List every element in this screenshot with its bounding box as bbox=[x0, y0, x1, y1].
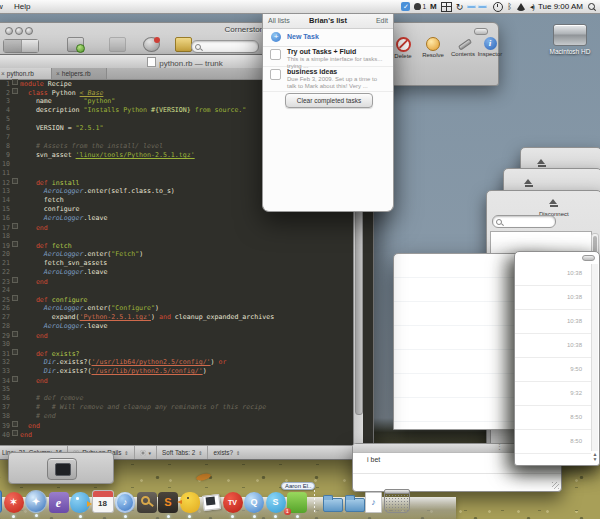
code-line: 29 end bbox=[0, 331, 351, 340]
task-row[interactable]: business ideas Due Feb 3, 2009. Set up a… bbox=[263, 66, 393, 92]
eject-icon bbox=[537, 159, 546, 167]
task-checkbox[interactable] bbox=[270, 69, 281, 80]
eject-icon bbox=[524, 179, 533, 187]
scrollbar[interactable] bbox=[591, 264, 598, 451]
toolbar-toggle-pill[interactable] bbox=[582, 255, 595, 261]
dock-cyberduck-icon[interactable] bbox=[180, 492, 200, 513]
gear-icon bbox=[140, 450, 146, 456]
gear-menu[interactable]: ▾ bbox=[135, 446, 158, 459]
clear-completed-button[interactable]: Clear completed tasks bbox=[285, 93, 373, 108]
code-line: 25 def configure bbox=[0, 295, 351, 304]
code-line: 27 expand('Python-2.5.1.tgz') and cleanu… bbox=[0, 313, 351, 322]
volume-icon[interactable]: ◂) bbox=[530, 2, 534, 12]
task-checkbox[interactable] bbox=[270, 49, 281, 60]
dock-trash-icon[interactable] bbox=[384, 490, 410, 513]
code-line: 28 AeroLogger.leave bbox=[0, 322, 351, 331]
divider bbox=[353, 473, 561, 474]
bluetooth-icon[interactable]: ᛒ bbox=[507, 2, 512, 12]
delete-icon bbox=[396, 37, 411, 52]
close-tab-icon[interactable]: × bbox=[56, 70, 60, 77]
eject-icon bbox=[549, 199, 558, 207]
display-button[interactable] bbox=[47, 458, 77, 480]
symbol-selector[interactable]: exists?⇕ bbox=[208, 446, 245, 459]
dock-adium-icon[interactable]: 1Aaron El.. bbox=[287, 492, 307, 513]
hard-drive-icon bbox=[553, 24, 587, 46]
soft-tabs-selector[interactable]: Soft Tabs: 2⇕ bbox=[157, 446, 208, 459]
new-task-label: New Task bbox=[287, 33, 319, 40]
code-line: 34 end bbox=[0, 376, 351, 385]
wifi-icon[interactable] bbox=[516, 3, 526, 11]
close-tab-icon[interactable]: × bbox=[1, 70, 5, 77]
code-line: 39 end bbox=[0, 421, 351, 430]
dock-photo-app-icon[interactable] bbox=[201, 492, 221, 513]
running-indicator bbox=[35, 514, 38, 517]
history-rows: 10:3810:3810:3810:389:509:328:508:50 bbox=[515, 262, 591, 454]
list-title: Brian's list bbox=[263, 16, 393, 25]
dock-ical-icon[interactable]: 18 bbox=[92, 490, 114, 513]
search-input[interactable] bbox=[492, 215, 556, 228]
toolbar-toggle-pill[interactable] bbox=[474, 28, 488, 35]
resize-handle-icon[interactable]: ⋮ bbox=[496, 443, 503, 451]
dock-itunes-icon[interactable]: ♪ bbox=[115, 492, 135, 513]
spaces-menu-icon[interactable] bbox=[441, 2, 452, 12]
dock: ✶✦e18♪STVQS1Aaron El..♪ bbox=[0, 480, 600, 519]
tasks-panel: All lists Brian's list Edit + New Task T… bbox=[262, 13, 394, 212]
sync-menu-icon[interactable]: ↻ bbox=[456, 2, 464, 12]
running-indicator bbox=[231, 515, 234, 518]
gmail-menu-icon[interactable]: M bbox=[430, 2, 437, 12]
desktop-icon-label: Macintosh HD bbox=[548, 48, 592, 55]
dock-finder-icon[interactable] bbox=[0, 490, 2, 513]
inspector-button[interactable]: i Inspector bbox=[473, 37, 507, 57]
dock-quicktime-icon[interactable]: Q bbox=[244, 492, 264, 513]
resolve-icon bbox=[426, 37, 440, 51]
add-repository-icon bbox=[67, 37, 84, 52]
menu-clock[interactable]: Tue 9:00 AM bbox=[538, 2, 583, 12]
edit-button[interactable]: Edit bbox=[376, 17, 388, 24]
running-indicator bbox=[274, 515, 277, 518]
tab-python-rb[interactable]: ×python.rb bbox=[0, 68, 52, 79]
history-row: 10:38 bbox=[515, 262, 591, 286]
code-line: 22 AeroLogger.leave bbox=[0, 268, 351, 277]
running-indicator bbox=[296, 515, 299, 518]
chat-message: i bet bbox=[367, 456, 380, 463]
task-row[interactable]: Try out Tasks + Fluid This is a simple i… bbox=[263, 46, 393, 67]
code-line: 32 Dir.exists?('/usr/lib64/python2.5/con… bbox=[0, 358, 351, 367]
notifier-menu-icon[interactable]: 1 bbox=[414, 2, 426, 12]
code-line: 26 AeroLogger.enter("Configure") bbox=[0, 304, 351, 313]
code-line: 23 end bbox=[0, 277, 351, 286]
history-row: 8:50 bbox=[515, 406, 591, 430]
history-row: 10:38 bbox=[515, 334, 591, 358]
monitor-bars-icon[interactable] bbox=[467, 2, 489, 12]
menu-help[interactable]: Help bbox=[14, 2, 30, 11]
dock-music-file-icon[interactable]: ♪ bbox=[365, 492, 382, 513]
desktop-icon-macintosh-hd[interactable]: Macintosh HD bbox=[548, 24, 592, 55]
code-line: 31 def exists? bbox=[0, 349, 351, 358]
dock-twitterrific-icon[interactable] bbox=[70, 492, 90, 513]
code-line: 38 # end bbox=[0, 412, 351, 421]
window-title: Cornerstone bbox=[0, 25, 498, 34]
plus-icon: + bbox=[271, 32, 281, 42]
code-line: 24 bbox=[0, 286, 351, 295]
clock-icon[interactable] bbox=[493, 2, 503, 12]
running-indicator bbox=[167, 515, 170, 518]
dock-safari-icon[interactable]: ✦ bbox=[25, 490, 47, 513]
spotlight-icon[interactable] bbox=[587, 2, 596, 12]
view-segmented-control[interactable] bbox=[3, 39, 39, 53]
dock-skype-icon[interactable]: S bbox=[266, 492, 286, 513]
dock-entourage-icon[interactable]: e bbox=[49, 492, 69, 513]
clipped-menu-item: w bbox=[0, 2, 3, 11]
toolbar-search-input[interactable] bbox=[191, 40, 259, 53]
scroll-arrows-icon[interactable]: ▲▼ bbox=[592, 452, 598, 463]
running-indicator bbox=[188, 515, 191, 518]
dock-red-star-app-icon[interactable]: ✶ bbox=[4, 492, 24, 513]
tasks-menu-icon[interactable] bbox=[401, 2, 410, 11]
dock-folder-stack-icon[interactable] bbox=[344, 492, 364, 513]
dock-toast-icon[interactable]: S bbox=[158, 492, 178, 513]
dock-eyetv-icon[interactable]: TV bbox=[223, 492, 243, 513]
tab-helpers-rb[interactable]: ×helpers.rb bbox=[52, 68, 107, 79]
code-line: 18 bbox=[0, 232, 351, 241]
dock-folder-stack-icon[interactable] bbox=[322, 492, 342, 513]
new-task-row[interactable]: + New Task bbox=[263, 28, 393, 47]
dock-key-app-icon[interactable] bbox=[137, 492, 157, 513]
code-line: 16 AeroLogger.leave bbox=[0, 214, 351, 223]
